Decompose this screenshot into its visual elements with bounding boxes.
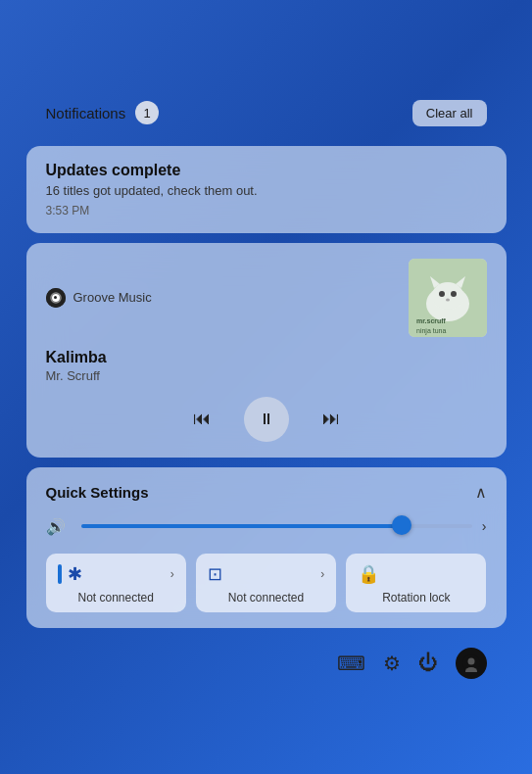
notifications-badge: 1 [135, 101, 159, 124]
notification-panel: Notifications 1 Clear all Updates comple… [26, 90, 507, 685]
rotation-tile-top: 🔒 [358, 563, 474, 585]
bluetooth-tile-arrow[interactable]: › [170, 567, 174, 581]
album-art: mr.scruff ninja tuna [409, 259, 487, 337]
svg-point-1 [51, 293, 61, 303]
volume-fill [81, 524, 402, 528]
volume-settings-arrow[interactable]: › [482, 518, 487, 534]
bluetooth-tile-icons: ✱ [58, 563, 82, 585]
quick-settings-header: Quick Settings ∧ [46, 483, 487, 502]
notif-title-group: Notifications 1 [46, 101, 160, 124]
svg-text:mr.scruff: mr.scruff [416, 317, 447, 324]
vpn-tile[interactable]: ⊡ › Not connected [196, 554, 336, 612]
clear-all-button[interactable]: Clear all [412, 100, 487, 126]
update-time: 3:53 PM [46, 204, 487, 218]
svg-point-2 [54, 296, 58, 300]
vpn-tile-label: Not connected [208, 591, 324, 605]
music-app-name: Groove Music [73, 290, 152, 305]
volume-row: 🔊 › [46, 517, 487, 536]
bluetooth-tile[interactable]: ✱ › Not connected [46, 554, 186, 612]
groove-music-icon [46, 288, 66, 308]
update-title: Updates complete [46, 162, 487, 179]
music-controls: ⏮ ⏸ ⏭ [46, 397, 487, 442]
vpn-tile-top: ⊡ › [208, 563, 324, 585]
music-artist: Mr. Scruff [46, 368, 487, 383]
rotation-tile-icons: 🔒 [358, 563, 379, 585]
bluetooth-tile-label: Not connected [58, 591, 174, 605]
svg-text:ninja tuna: ninja tuna [416, 327, 446, 335]
display-icon: ⊡ [208, 563, 222, 585]
svg-point-14 [467, 657, 474, 664]
bluetooth-active-indicator [58, 564, 62, 584]
bluetooth-icon: ✱ [68, 563, 82, 585]
play-pause-button[interactable]: ⏸ [244, 397, 289, 442]
music-card: Groove Music mr.scruff [26, 243, 507, 458]
volume-thumb[interactable] [392, 515, 411, 535]
keyboard-button[interactable]: ⌨ [337, 652, 365, 675]
quick-settings-tiles: ✱ › Not connected ⊡ › Not connected [46, 554, 487, 612]
svg-point-9 [451, 291, 457, 297]
volume-icon: 🔊 [46, 517, 72, 536]
music-info: Kalimba Mr. Scruff [46, 349, 487, 383]
svg-point-0 [46, 288, 66, 308]
rotation-tile-label: Rotation lock [358, 591, 474, 605]
user-avatar[interactable] [456, 648, 487, 679]
svg-point-10 [446, 298, 450, 301]
previous-track-button[interactable]: ⏮ [189, 405, 215, 433]
bluetooth-tile-top: ✱ › [58, 563, 174, 585]
music-card-header: Groove Music mr.scruff [46, 259, 487, 337]
quick-settings-collapse-button[interactable]: ∧ [475, 483, 487, 502]
rotation-lock-tile[interactable]: 🔒 Rotation lock [346, 554, 486, 612]
volume-slider[interactable] [81, 523, 472, 529]
svg-point-5 [432, 282, 463, 310]
quick-settings-title: Quick Settings [46, 484, 149, 501]
svg-point-8 [439, 291, 445, 297]
bottom-bar: ⌨ ⚙ ⏻ [26, 638, 507, 685]
vpn-tile-icons: ⊡ [208, 563, 222, 585]
quick-settings-card: Quick Settings ∧ 🔊 › ✱ › [26, 467, 507, 628]
music-track: Kalimba [46, 349, 487, 366]
music-app-info: Groove Music [46, 288, 152, 308]
notifications-label: Notifications [46, 105, 126, 121]
power-button[interactable]: ⏻ [418, 652, 438, 674]
vpn-tile-arrow[interactable]: › [320, 567, 324, 581]
rotation-lock-icon: 🔒 [358, 563, 379, 585]
next-track-button[interactable]: ⏭ [318, 405, 344, 433]
settings-button[interactable]: ⚙ [383, 652, 401, 675]
update-notification-card: Updates complete 16 titles got updated, … [26, 146, 507, 233]
update-description: 16 titles got updated, check them out. [46, 183, 487, 198]
notifications-header: Notifications 1 Clear all [26, 90, 507, 136]
